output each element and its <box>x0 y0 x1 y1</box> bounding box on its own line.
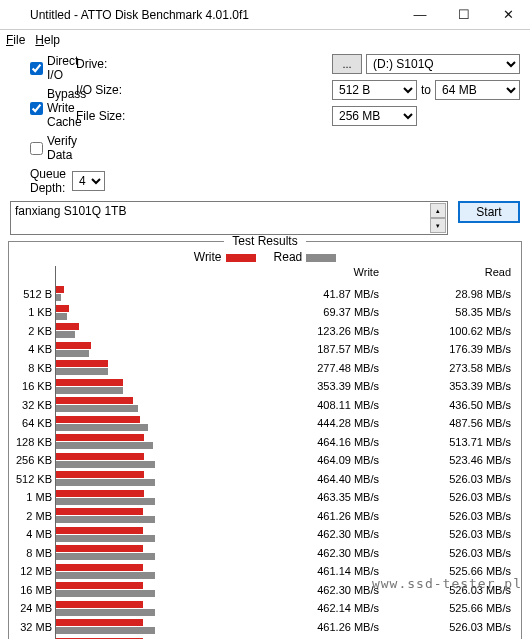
y-label: 512 B <box>13 285 52 304</box>
y-label: 256 KB <box>13 451 52 470</box>
bar-row <box>56 340 245 359</box>
table-row: 408.11 MB/s436.50 MB/s <box>253 396 517 415</box>
description-spinner[interactable]: ▴▾ <box>430 203 446 233</box>
bar-row <box>56 285 245 304</box>
bar-row <box>56 396 245 415</box>
y-label: 8 MB <box>13 544 52 563</box>
close-button[interactable]: ✕ <box>486 0 530 30</box>
drive-select[interactable]: (D:) S101Q <box>366 54 520 74</box>
verify-data-check[interactable]: Verify Data <box>30 134 70 162</box>
bar-row <box>56 377 245 396</box>
start-button[interactable]: Start <box>458 201 520 223</box>
bar-row <box>56 322 245 341</box>
table-row: 69.37 MB/s58.35 MB/s <box>253 303 517 322</box>
queue-depth-label: Queue Depth: <box>30 167 66 195</box>
y-label: 4 MB <box>13 525 52 544</box>
io-to-label: to <box>421 83 431 97</box>
maximize-button[interactable]: ☐ <box>442 0 486 30</box>
y-label: 32 KB <box>13 396 52 415</box>
table-row: 187.57 MB/s176.39 MB/s <box>253 340 517 359</box>
file-size-label: File Size: <box>76 109 326 123</box>
table-row: 463.35 MB/s526.03 MB/s <box>253 488 517 507</box>
window-title: Untitled - ATTO Disk Benchmark 4.01.0f1 <box>30 8 398 22</box>
table-row: 462.30 MB/s526.03 MB/s <box>253 581 517 600</box>
y-label: 24 MB <box>13 599 52 618</box>
y-label: 12 MB <box>13 562 52 581</box>
bar-row <box>56 303 245 322</box>
menu-help[interactable]: Help <box>35 33 60 47</box>
table-row: 277.48 MB/s273.58 MB/s <box>253 359 517 378</box>
bar-row <box>56 414 245 433</box>
y-label: 32 MB <box>13 618 52 637</box>
y-label: 2 MB <box>13 507 52 526</box>
bar-row <box>56 470 245 489</box>
bar-row <box>56 581 245 600</box>
y-label: 1 KB <box>13 303 52 322</box>
table-row: 41.87 MB/s28.98 MB/s <box>253 285 517 304</box>
table-row: 123.26 MB/s100.62 MB/s <box>253 322 517 341</box>
menubar: File Help <box>0 30 530 50</box>
y-label: 512 KB <box>13 470 52 489</box>
table-row: 464.40 MB/s526.03 MB/s <box>253 470 517 489</box>
table-row: 461.26 MB/s526.03 MB/s <box>253 507 517 526</box>
y-label: 64 KB <box>13 414 52 433</box>
description-input[interactable]: fanxiang S101Q 1TB ▴▾ <box>10 201 448 235</box>
bar-row <box>56 544 245 563</box>
y-label: 8 KB <box>13 359 52 378</box>
bar-row <box>56 599 245 618</box>
browse-button[interactable]: ... <box>332 54 362 74</box>
table-row: 462.30 MB/s526.03 MB/s <box>253 544 517 563</box>
bar-row <box>56 359 245 378</box>
y-label: 128 KB <box>13 433 52 452</box>
table-row: 462.14 MB/s525.66 MB/s <box>253 599 517 618</box>
bar-row <box>56 618 245 637</box>
y-label: 16 MB <box>13 581 52 600</box>
bar-row <box>56 525 245 544</box>
bar-row <box>56 488 245 507</box>
chart-legend: Write Read <box>13 250 517 264</box>
io-size-to[interactable]: 64 MB <box>435 80 520 100</box>
y-label: 4 KB <box>13 340 52 359</box>
bar-row <box>56 562 245 581</box>
y-label: 2 KB <box>13 322 52 341</box>
queue-depth-select[interactable]: 4 <box>72 171 105 191</box>
chart-area <box>55 266 245 639</box>
results-title: Test Results <box>224 234 305 248</box>
app-icon <box>8 7 24 23</box>
table-row: 464.16 MB/s513.71 MB/s <box>253 433 517 452</box>
y-label: 16 KB <box>13 377 52 396</box>
y-label: 1 MB <box>13 488 52 507</box>
io-size-label: I/O Size: <box>76 83 326 97</box>
bar-row <box>56 433 245 452</box>
table-row: 464.09 MB/s523.46 MB/s <box>253 451 517 470</box>
direct-io-check[interactable]: Direct I/O <box>30 54 70 82</box>
table-row: 461.14 MB/s525.66 MB/s <box>253 562 517 581</box>
drive-label: Drive: <box>76 57 326 71</box>
bar-row <box>56 507 245 526</box>
table-row: 462.30 MB/s526.03 MB/s <box>253 525 517 544</box>
table-row: 444.28 MB/s487.56 MB/s <box>253 414 517 433</box>
results-table: WriteRead41.87 MB/s28.98 MB/s69.37 MB/s5… <box>245 266 517 639</box>
titlebar: Untitled - ATTO Disk Benchmark 4.01.0f1 … <box>0 0 530 30</box>
minimize-button[interactable]: — <box>398 0 442 30</box>
file-size-select[interactable]: 256 MB <box>332 106 417 126</box>
table-row: 461.26 MB/s526.03 MB/s <box>253 618 517 637</box>
menu-file[interactable]: File <box>6 33 25 47</box>
table-row: 353.39 MB/s353.39 MB/s <box>253 377 517 396</box>
results-panel: Test Results Write Read 512 B1 KB2 KB4 K… <box>8 241 522 639</box>
bar-row <box>56 451 245 470</box>
bypass-cache-check[interactable]: Bypass Write Cache <box>30 87 70 129</box>
chart-y-labels: 512 B1 KB2 KB4 KB8 KB16 KB32 KB64 KB128 … <box>13 266 55 639</box>
io-size-from[interactable]: 512 B <box>332 80 417 100</box>
